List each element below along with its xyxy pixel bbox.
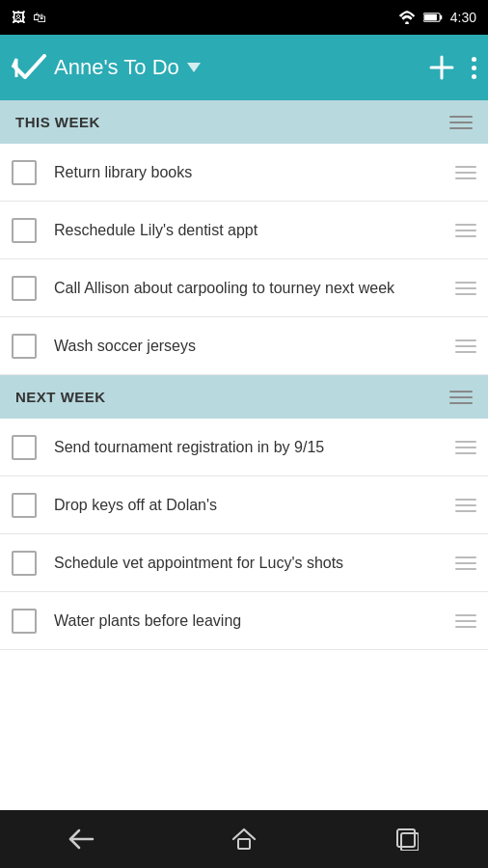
chevron-down-icon[interactable] — [187, 63, 201, 72]
task-checkbox[interactable] — [12, 609, 37, 634]
app-title: Anne's To Do — [54, 55, 179, 80]
clock-time: 4:30 — [450, 10, 476, 25]
task-item: Reschedule Lily's dentist appt — [0, 202, 488, 259]
image-icon: 🖼 — [12, 10, 25, 25]
battery-icon — [423, 12, 443, 23]
task-text: Wash soccer jerseys — [54, 336, 444, 357]
shopping-icon: 🛍 — [33, 10, 46, 25]
task-drag-handle[interactable] — [455, 339, 476, 353]
back-button[interactable] — [57, 820, 105, 858]
task-text: Schedule vet appointment for Lucy's shot… — [54, 553, 444, 574]
checkmark-icon — [12, 54, 46, 81]
task-text: Reschedule Lily's dentist appt — [54, 220, 444, 241]
task-item: Schedule vet appointment for Lucy's shot… — [0, 534, 488, 592]
task-drag-handle[interactable] — [455, 499, 476, 512]
svg-rect-7 — [238, 839, 250, 849]
task-drag-handle[interactable] — [455, 224, 476, 237]
task-item: Water plants before leaving — [0, 592, 488, 650]
section-title-next-week: NEXT WEEK — [15, 389, 106, 405]
task-item: Drop keys off at Dolan's — [0, 476, 488, 534]
task-drag-handle[interactable] — [455, 282, 476, 295]
task-checkbox[interactable] — [12, 218, 37, 243]
task-drag-handle[interactable] — [455, 166, 476, 179]
section-header-this-week: THIS WEEK — [0, 100, 488, 144]
recents-button[interactable] — [383, 820, 431, 858]
svg-rect-3 — [424, 14, 437, 20]
svg-rect-2 — [440, 15, 442, 19]
svg-rect-8 — [397, 829, 415, 847]
toolbar: Anne's To Do — [0, 35, 488, 100]
task-item: Wash soccer jerseys — [0, 317, 488, 375]
section-title-this-week: THIS WEEK — [15, 114, 100, 130]
task-checkbox[interactable] — [12, 334, 37, 359]
wifi-icon — [398, 11, 416, 24]
section-drag-handle-this-week[interactable] — [449, 116, 473, 129]
overflow-menu-button[interactable] — [472, 57, 476, 79]
task-item: Call Allison about carpooling to tourney… — [0, 259, 488, 317]
task-checkbox[interactable] — [12, 276, 37, 301]
task-text: Call Allison about carpooling to tourney… — [54, 278, 444, 299]
toolbar-title: Anne's To Do — [54, 55, 429, 80]
svg-point-0 — [405, 21, 409, 24]
task-text: Drop keys off at Dolan's — [54, 495, 444, 516]
task-drag-handle[interactable] — [455, 441, 476, 454]
task-checkbox[interactable] — [12, 493, 37, 518]
task-checkbox[interactable] — [12, 435, 37, 460]
status-bar: 🖼 🛍 4:30 — [0, 0, 488, 35]
bottom-navigation — [0, 810, 488, 868]
task-drag-handle[interactable] — [455, 556, 476, 570]
task-text: Send tournament registration in by 9/15 — [54, 437, 444, 458]
status-bar-left: 🖼 🛍 — [12, 10, 46, 25]
task-text: Return library books — [54, 162, 444, 183]
section-header-next-week: NEXT WEEK — [0, 375, 488, 419]
task-item: Send tournament registration in by 9/15 — [0, 419, 488, 476]
task-checkbox[interactable] — [12, 551, 37, 576]
task-list-content: THIS WEEK Return library books Reschedul… — [0, 100, 488, 810]
task-checkbox[interactable] — [12, 160, 37, 185]
toolbar-actions — [429, 55, 476, 80]
task-text: Water plants before leaving — [54, 610, 444, 632]
home-button[interactable] — [220, 820, 268, 858]
status-bar-right: 4:30 — [398, 10, 476, 25]
section-drag-handle-next-week[interactable] — [449, 391, 473, 404]
task-item: Return library books — [0, 144, 488, 202]
add-task-button[interactable] — [429, 55, 454, 80]
task-drag-handle[interactable] — [455, 614, 476, 628]
svg-rect-9 — [401, 833, 419, 851]
